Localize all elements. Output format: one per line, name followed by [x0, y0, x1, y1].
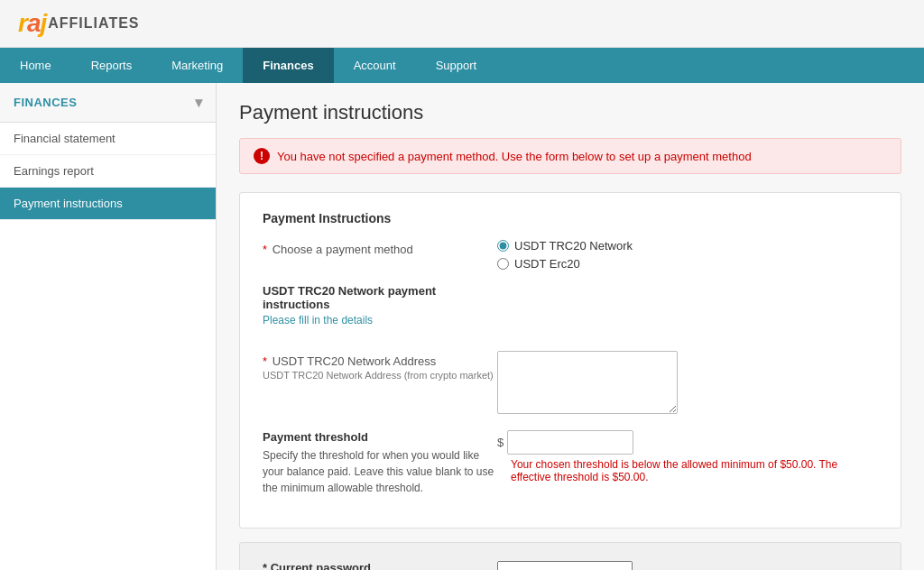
subsection-title: USDT TRC20 Network payment instructions [263, 284, 497, 311]
address-label: * USDT TRC20 Network Address USDT TRC20 … [263, 351, 497, 382]
main-nav: Home Reports Marketing Finances Account … [0, 48, 924, 83]
content-area: Payment instructions ! You have not spec… [217, 83, 924, 570]
page-title: Payment instructions [239, 101, 901, 124]
payment-instructions-card: Payment Instructions * Choose a payment … [239, 192, 901, 529]
threshold-input[interactable] [507, 430, 633, 455]
subsection-header-row: USDT TRC20 Network payment instructions … [263, 284, 878, 337]
threshold-label: Payment threshold [263, 430, 497, 444]
threshold-input-wrapper: $ [497, 430, 878, 455]
required-star: * [263, 243, 267, 256]
sidebar-item-payment-instructions[interactable]: Payment instructions [0, 188, 216, 220]
alert-banner: ! You have not specified a payment metho… [239, 138, 901, 174]
password-row: * Current password Supply your current p… [263, 561, 878, 570]
nav-marketing[interactable]: Marketing [152, 48, 243, 83]
alert-text: You have not specified a payment method.… [277, 150, 752, 163]
main-layout: FINANCES ▾ Financial statement Earnings … [0, 83, 924, 570]
radio-group: USDT TRC20 Network USDT Erc20 [497, 239, 878, 271]
sidebar-header: FINANCES ▾ [0, 83, 216, 123]
threshold-desc: Specify the threshold for when you would… [263, 447, 497, 496]
alert-icon: ! [254, 148, 270, 164]
logo: raj AFFILIATES [18, 9, 140, 38]
nav-reports[interactable]: Reports [71, 48, 152, 83]
sidebar-item-earnings-report[interactable]: Earnings report [0, 155, 216, 188]
address-row: * USDT TRC20 Network Address USDT TRC20 … [263, 351, 878, 417]
payment-method-label: * Choose a payment method [263, 239, 497, 256]
sidebar-title: FINANCES [14, 96, 77, 109]
logo-affiliates: AFFILIATES [48, 15, 139, 32]
logo-a-letter: a [27, 9, 41, 37]
nav-finances[interactable]: Finances [243, 48, 333, 83]
password-label: * Current password [263, 561, 497, 570]
nav-home[interactable]: Home [0, 48, 71, 83]
address-controls [497, 351, 878, 417]
radio-usdt-erc20-input[interactable] [497, 258, 509, 270]
nav-support[interactable]: Support [416, 48, 497, 83]
radio-usdt-erc20[interactable]: USDT Erc20 [497, 257, 878, 271]
header: raj AFFILIATES [0, 0, 924, 48]
payment-method-controls: USDT TRC20 Network USDT Erc20 [497, 239, 878, 271]
address-hint: USDT TRC20 Network Address (from crypto … [263, 370, 494, 381]
nav-account[interactable]: Account [334, 48, 416, 83]
chevron-down-icon: ▾ [195, 94, 203, 111]
currency-symbol: $ [497, 436, 504, 449]
password-card: * Current password Supply your current p… [239, 542, 901, 570]
card-title: Payment Instructions [263, 211, 878, 225]
payment-method-row: * Choose a payment method USDT TRC20 Net… [263, 239, 878, 271]
current-password-input[interactable] [497, 561, 633, 570]
threshold-warning: Your chosen threshold is below the allow… [511, 458, 878, 483]
subsection-hint: Please fill in the details [263, 314, 497, 326]
sidebar-item-financial-statement[interactable]: Financial statement [0, 123, 216, 155]
radio-usdt-trc20[interactable]: USDT TRC20 Network [497, 239, 878, 253]
sidebar: FINANCES ▾ Financial statement Earnings … [0, 83, 217, 570]
threshold-row: Payment threshold Specify the threshold … [263, 430, 878, 496]
radio-usdt-trc20-input[interactable] [497, 240, 509, 252]
address-textarea[interactable] [497, 351, 678, 414]
logo-raj: raj [18, 9, 46, 38]
